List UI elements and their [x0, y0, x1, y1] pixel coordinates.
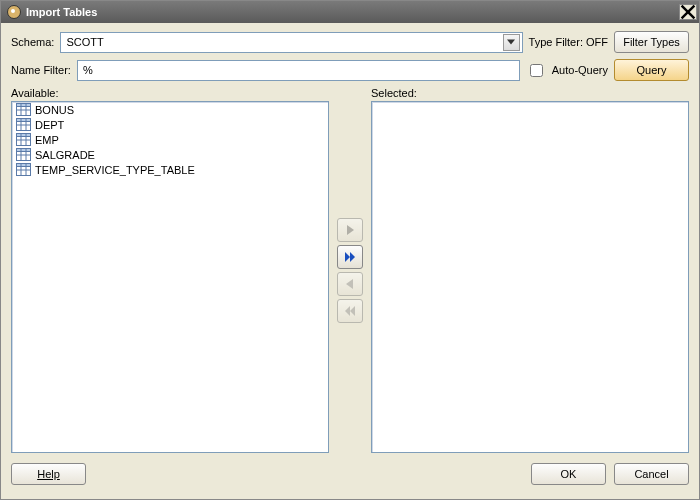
footer: Help OK Cancel — [11, 463, 689, 485]
svg-marker-33 — [345, 306, 350, 316]
svg-rect-19 — [17, 149, 31, 152]
list-item-label: DEPT — [35, 119, 64, 131]
table-icon — [16, 163, 31, 176]
double-chevron-right-icon — [344, 251, 356, 263]
close-button[interactable] — [679, 4, 697, 20]
available-list[interactable]: BONUSDEPTEMPSALGRADETEMP_SERVICE_TYPE_TA… — [11, 101, 329, 453]
table-icon — [16, 118, 31, 131]
move-left-button[interactable] — [337, 272, 363, 296]
help-button[interactable]: Help — [11, 463, 86, 485]
auto-query-label: Auto-Query — [552, 64, 608, 76]
available-label: Available: — [11, 87, 329, 99]
svg-marker-28 — [347, 225, 354, 235]
schema-combo[interactable]: SCOTT — [60, 32, 522, 53]
move-all-left-button[interactable] — [337, 299, 363, 323]
move-all-right-button[interactable] — [337, 245, 363, 269]
selected-label: Selected: — [371, 87, 689, 99]
selected-list[interactable] — [371, 101, 689, 453]
table-icon — [16, 148, 31, 161]
list-item[interactable]: DEPT — [12, 117, 328, 132]
list-item[interactable]: SALGRADE — [12, 147, 328, 162]
schema-value: SCOTT — [66, 36, 103, 48]
auto-query-checkbox[interactable] — [530, 64, 543, 77]
titlebar: Import Tables — [1, 1, 699, 23]
move-right-button[interactable] — [337, 218, 363, 242]
lists-area: Available: BONUSDEPTEMPSALGRADETEMP_SERV… — [11, 87, 689, 453]
list-item[interactable]: EMP — [12, 132, 328, 147]
table-icon — [16, 103, 31, 116]
window-title: Import Tables — [26, 6, 97, 18]
svg-marker-31 — [346, 279, 353, 289]
svg-rect-9 — [17, 119, 31, 122]
list-item-label: SALGRADE — [35, 149, 95, 161]
filter-types-button[interactable]: Filter Types — [614, 31, 689, 53]
chevron-down-icon — [503, 34, 520, 51]
cancel-button[interactable]: Cancel — [614, 463, 689, 485]
list-item-label: BONUS — [35, 104, 74, 116]
name-filter-input[interactable] — [77, 60, 520, 81]
chevron-right-icon — [344, 224, 356, 236]
svg-rect-24 — [17, 164, 31, 167]
double-chevron-left-icon — [344, 305, 356, 317]
svg-marker-30 — [350, 252, 355, 262]
list-item[interactable]: BONUS — [12, 102, 328, 117]
chevron-left-icon — [344, 278, 356, 290]
type-filter-label: Type Filter: OFF — [529, 36, 608, 48]
svg-rect-4 — [17, 104, 31, 107]
transfer-buttons — [333, 87, 367, 453]
query-button[interactable]: Query — [614, 59, 689, 81]
name-filter-label: Name Filter: — [11, 64, 71, 76]
list-item-label: EMP — [35, 134, 59, 146]
list-item-label: TEMP_SERVICE_TYPE_TABLE — [35, 164, 195, 176]
ok-button[interactable]: OK — [531, 463, 606, 485]
close-icon — [680, 4, 696, 20]
list-item[interactable]: TEMP_SERVICE_TYPE_TABLE — [12, 162, 328, 177]
table-icon — [16, 133, 31, 146]
svg-marker-32 — [350, 306, 355, 316]
schema-label: Schema: — [11, 36, 54, 48]
app-icon — [7, 5, 21, 19]
svg-rect-14 — [17, 134, 31, 137]
svg-marker-29 — [345, 252, 350, 262]
svg-marker-2 — [507, 40, 515, 45]
